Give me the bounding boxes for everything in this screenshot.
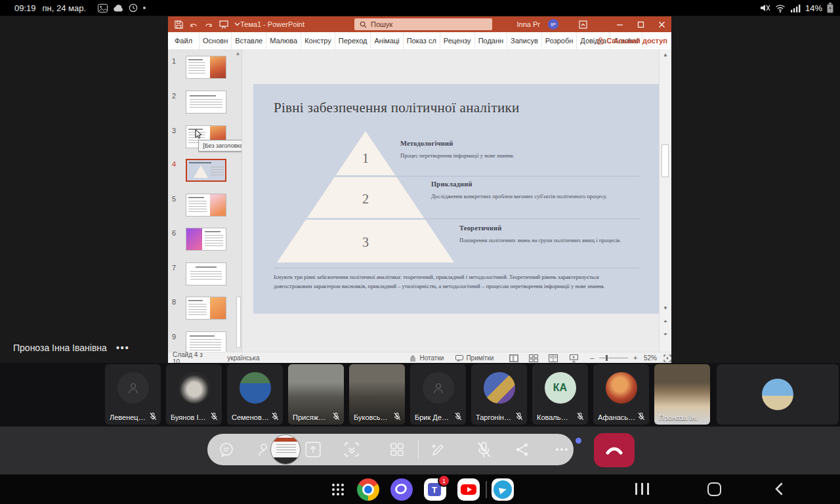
tab-insert[interactable]: Вставле (232, 32, 266, 49)
notification-dot (143, 7, 146, 9)
avatar-initials: КА (545, 372, 576, 404)
slideshow-view-button[interactable] (570, 354, 578, 362)
participant-tile[interactable]: Афанась… (593, 364, 649, 425)
previous-slide-icon[interactable]: ⏶ (660, 317, 671, 326)
account-name[interactable]: Inna Pr (517, 16, 540, 32)
scroll-up-icon[interactable]: ▲ (660, 51, 671, 60)
save-icon[interactable] (175, 20, 183, 29)
signal-icon (791, 4, 801, 12)
slideshow-icon[interactable] (219, 20, 228, 29)
scrollbar-thumb[interactable] (662, 144, 669, 177)
slide-sorter-view-button[interactable] (529, 354, 538, 362)
tab-design[interactable]: Констру (301, 32, 335, 49)
thumbnail-slide-8[interactable]: 8 (168, 297, 242, 323)
zoom-in-button[interactable]: + (633, 354, 637, 362)
tab-developer[interactable]: Розробн (542, 32, 578, 49)
comments-button[interactable]: Примітки (455, 354, 494, 362)
thumbnail-slide-2[interactable]: 2 (168, 91, 242, 117)
zoom-slider[interactable] (599, 358, 628, 358)
tab-file[interactable]: Файл (168, 32, 200, 49)
lock-icon (597, 37, 604, 45)
hang-up-button[interactable] (594, 433, 635, 467)
cloud-icon (113, 5, 123, 12)
telegram-icon[interactable] (492, 478, 514, 501)
zoom-level[interactable]: 52% (644, 354, 657, 362)
nav-recents-button[interactable] (635, 483, 649, 495)
chat-button[interactable] (219, 442, 234, 457)
participant-tile[interactable]: Семенов… (227, 364, 283, 425)
thumbnail-slide-1[interactable]: 1 (168, 56, 242, 82)
sound-muted-icon (759, 3, 770, 12)
thumbnail-slide-7[interactable]: 7 (168, 262, 242, 289)
normal-view-button[interactable] (509, 354, 518, 362)
tab-record[interactable]: Записув (507, 32, 542, 49)
search-box[interactable]: Пошук (354, 18, 492, 30)
mic-muted-icon (515, 412, 523, 421)
thumbnail-slide-4-selected[interactable]: 4 (168, 159, 242, 185)
participant-tile[interactable]: Брик Де… (410, 364, 466, 425)
presenter-label[interactable]: Проноза Інна Іванівна ••• (13, 343, 130, 353)
next-slide-icon[interactable]: ⏷ (660, 330, 671, 339)
participant-tile[interactable]: КА Коваль… (532, 364, 588, 425)
qat-chevron-icon[interactable] (234, 22, 240, 26)
ppt-vertical-scrollbar[interactable]: ▲ ▼ ⏶ ⏷ (659, 49, 671, 352)
tab-transitions[interactable]: Переход (335, 32, 371, 49)
powerpoint-window: Тема1 - PowerPoint Пошук Inna Pr IP (168, 16, 671, 363)
participant-tile-video-self[interactable]: Проноза Ін… (654, 364, 710, 425)
tab-view[interactable]: Поданн (475, 32, 507, 49)
current-slide[interactable]: Рівні забезпечення політичної аналітики … (253, 84, 660, 314)
minimize-button[interactable] (610, 16, 629, 32)
tab-home[interactable]: Основн (200, 32, 232, 49)
participant-tile-video[interactable]: Присяж… (288, 364, 344, 425)
app-drawer-button[interactable] (332, 484, 345, 495)
teams-icon[interactable]: T 1 (424, 478, 446, 501)
thumbnail-scrollbar[interactable] (236, 297, 241, 348)
annotate-button[interactable] (430, 442, 446, 457)
screenshot-icon (98, 4, 108, 12)
participant-tile[interactable] (717, 364, 839, 425)
tab-draw[interactable]: Малюва (266, 32, 301, 49)
chrome-icon[interactable] (357, 478, 379, 501)
avatar-photo (178, 372, 210, 404)
nav-back-button[interactable] (774, 482, 783, 495)
tab-review[interactable]: Рецензу (440, 32, 475, 49)
participant-tile[interactable]: Таргонін… (471, 364, 527, 425)
avatar-photo (240, 372, 271, 404)
thumbnail-slide-9[interactable]: 9 (168, 331, 242, 352)
redo-icon[interactable] (204, 20, 213, 28)
mic-muted-button[interactable] (476, 441, 492, 458)
share-button[interactable]: Спільний доступ (597, 32, 667, 49)
tab-animations[interactable]: Анімаці (371, 32, 403, 49)
language-indicator[interactable]: українська (227, 354, 259, 362)
reading-view-button[interactable] (549, 354, 558, 362)
participant-tile[interactable]: Буянов І… (166, 364, 222, 425)
youtube-icon[interactable] (457, 478, 480, 501)
ribbon-options-button[interactable] (573, 16, 593, 32)
notes-button[interactable]: Нотатки (409, 354, 444, 362)
presenter-more-icon[interactable]: ••• (116, 343, 130, 353)
focus-capture-button[interactable] (343, 441, 360, 458)
more-options-button[interactable] (554, 442, 570, 457)
thumbnail-slide-6[interactable]: 6 (168, 228, 242, 254)
thumbnail-slide-5[interactable]: 5 (168, 194, 242, 220)
grid-view-button[interactable] (389, 442, 405, 457)
scroll-down-icon[interactable]: ▼ (660, 304, 671, 313)
slide-editor: Рівні забезпечення політичної аналітики … (242, 49, 660, 352)
nav-home-button[interactable] (707, 482, 721, 496)
close-button[interactable] (652, 16, 671, 32)
maximize-button[interactable] (631, 16, 650, 32)
participant-tile-video[interactable]: Буковсь… (349, 364, 405, 425)
tab-slideshow[interactable]: Показ сл (404, 32, 440, 49)
zoom-slider-thumb[interactable] (606, 355, 608, 361)
screen-share-preview[interactable] (270, 434, 301, 465)
zoom-out-button[interactable]: – (590, 354, 594, 362)
samsung-internet-icon[interactable] (390, 478, 413, 501)
teams-badge: 1 (438, 474, 450, 487)
participant-tile[interactable]: Левенец… (105, 364, 161, 425)
share-button[interactable] (514, 442, 530, 457)
slide-thumbnail-panel[interactable]: ▲ 1 2 3 4 (168, 49, 242, 352)
account-avatar[interactable]: IP (548, 19, 558, 30)
undo-icon[interactable] (189, 20, 198, 28)
share-screen-button[interactable] (304, 441, 322, 458)
fit-to-window-button[interactable] (663, 354, 671, 362)
